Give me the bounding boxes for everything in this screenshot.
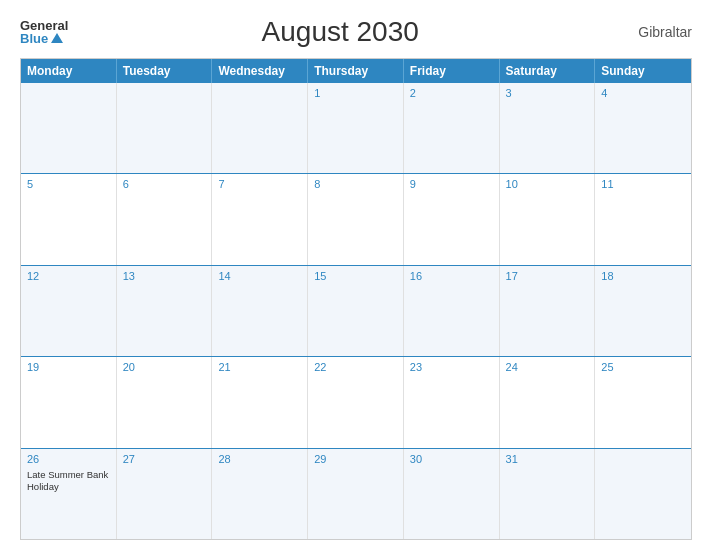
calendar: MondayTuesdayWednesdayThursdayFridaySatu…	[20, 58, 692, 540]
calendar-cell: 10	[500, 174, 596, 264]
day-number: 27	[123, 453, 206, 465]
calendar-header: MondayTuesdayWednesdayThursdayFridaySatu…	[21, 59, 691, 83]
calendar-cell: 17	[500, 266, 596, 356]
calendar-cell: 31	[500, 449, 596, 539]
calendar-cell: 20	[117, 357, 213, 447]
day-event: Late Summer Bank Holiday	[27, 469, 110, 494]
day-number: 9	[410, 178, 493, 190]
header-day-wednesday: Wednesday	[212, 59, 308, 83]
calendar-cell: 18	[595, 266, 691, 356]
day-number: 30	[410, 453, 493, 465]
day-number: 18	[601, 270, 685, 282]
day-number: 13	[123, 270, 206, 282]
calendar-cell: 28	[212, 449, 308, 539]
calendar-cell: 16	[404, 266, 500, 356]
calendar-cell: 2	[404, 83, 500, 173]
calendar-cell: 25	[595, 357, 691, 447]
day-number: 1	[314, 87, 397, 99]
day-number: 11	[601, 178, 685, 190]
calendar-cell	[21, 83, 117, 173]
region-label: Gibraltar	[612, 24, 692, 40]
day-number: 10	[506, 178, 589, 190]
header-day-tuesday: Tuesday	[117, 59, 213, 83]
calendar-cell: 4	[595, 83, 691, 173]
header-day-thursday: Thursday	[308, 59, 404, 83]
day-number: 19	[27, 361, 110, 373]
logo-triangle-icon	[51, 33, 63, 43]
logo: General Blue	[20, 19, 68, 45]
header-day-friday: Friday	[404, 59, 500, 83]
calendar-cell: 5	[21, 174, 117, 264]
day-number: 15	[314, 270, 397, 282]
calendar-cell: 21	[212, 357, 308, 447]
calendar-cell: 9	[404, 174, 500, 264]
day-number: 7	[218, 178, 301, 190]
day-number: 4	[601, 87, 685, 99]
day-number: 21	[218, 361, 301, 373]
calendar-cell	[212, 83, 308, 173]
calendar-week-1: 1234	[21, 83, 691, 174]
calendar-cell: 29	[308, 449, 404, 539]
day-number: 31	[506, 453, 589, 465]
calendar-cell: 12	[21, 266, 117, 356]
day-number: 12	[27, 270, 110, 282]
logo-blue-text: Blue	[20, 32, 63, 45]
day-number: 14	[218, 270, 301, 282]
header-day-saturday: Saturday	[500, 59, 596, 83]
calendar-cell: 30	[404, 449, 500, 539]
header-day-sunday: Sunday	[595, 59, 691, 83]
day-number: 29	[314, 453, 397, 465]
day-number: 6	[123, 178, 206, 190]
calendar-cell: 6	[117, 174, 213, 264]
calendar-cell: 1	[308, 83, 404, 173]
day-number: 5	[27, 178, 110, 190]
day-number: 17	[506, 270, 589, 282]
calendar-cell: 14	[212, 266, 308, 356]
day-number: 16	[410, 270, 493, 282]
day-number: 3	[506, 87, 589, 99]
day-number: 22	[314, 361, 397, 373]
calendar-cell: 11	[595, 174, 691, 264]
day-number: 24	[506, 361, 589, 373]
calendar-title: August 2030	[68, 16, 612, 48]
calendar-week-5: 26Late Summer Bank Holiday2728293031	[21, 449, 691, 539]
calendar-cell	[117, 83, 213, 173]
page: General Blue August 2030 Gibraltar Monda…	[0, 0, 712, 550]
day-number: 26	[27, 453, 110, 465]
calendar-week-3: 12131415161718	[21, 266, 691, 357]
calendar-cell: 19	[21, 357, 117, 447]
calendar-cell: 27	[117, 449, 213, 539]
header-day-monday: Monday	[21, 59, 117, 83]
calendar-cell: 23	[404, 357, 500, 447]
calendar-cell: 24	[500, 357, 596, 447]
day-number: 20	[123, 361, 206, 373]
day-number: 23	[410, 361, 493, 373]
day-number: 25	[601, 361, 685, 373]
calendar-week-2: 567891011	[21, 174, 691, 265]
calendar-cell: 8	[308, 174, 404, 264]
header: General Blue August 2030 Gibraltar	[20, 16, 692, 48]
day-number: 2	[410, 87, 493, 99]
calendar-cell: 22	[308, 357, 404, 447]
calendar-cell: 26Late Summer Bank Holiday	[21, 449, 117, 539]
calendar-cell: 15	[308, 266, 404, 356]
calendar-body: 1234567891011121314151617181920212223242…	[21, 83, 691, 539]
calendar-week-4: 19202122232425	[21, 357, 691, 448]
calendar-cell	[595, 449, 691, 539]
calendar-cell: 13	[117, 266, 213, 356]
calendar-cell: 7	[212, 174, 308, 264]
day-number: 8	[314, 178, 397, 190]
day-number: 28	[218, 453, 301, 465]
calendar-cell: 3	[500, 83, 596, 173]
